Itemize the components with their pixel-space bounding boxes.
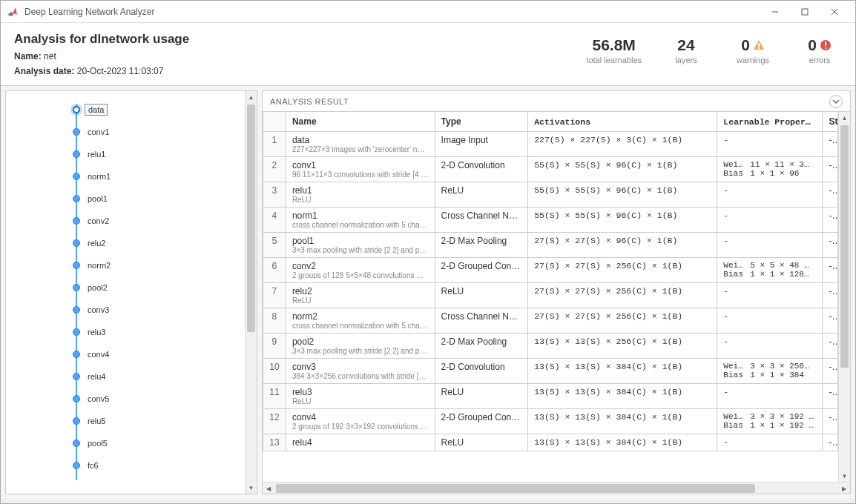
row-states: - [823,283,838,308]
graph-node-dot[interactable] [73,351,80,358]
graph-node-dot[interactable] [73,328,80,336]
graph-node-dot[interactable] [73,462,80,469]
table-row[interactable]: 11relu3ReLUReLU13(S) × 13(S) × 384(C) × … [263,384,838,409]
graph-node-pool1[interactable]: pool1 [73,188,245,210]
graph-node-dot[interactable] [73,262,80,269]
table-row[interactable]: 5pool13×3 max pooling with stride [2 2] … [263,233,838,258]
table-scrollbar-h[interactable]: ◀ ▶ [263,482,850,494]
svg-rect-5 [758,47,760,49]
col-type[interactable]: Type [435,112,528,132]
stat-learnables: 56.8M total learnables [586,36,642,64]
graph-node-fc6[interactable]: fc6 [73,454,245,477]
graph-node-dot[interactable] [73,373,80,380]
svg-rect-4 [758,43,760,47]
graph-node-dot[interactable] [73,106,80,113]
graph-node-dot[interactable] [73,440,80,447]
graph-node-relu3[interactable]: relu3 [73,321,245,343]
stat-errors: 0 errors [797,36,842,64]
graph-node-relu4[interactable]: relu4 [73,365,245,388]
table-row[interactable]: 13relu4ReLU13(S) × 13(S) × 384(C) × 1(B)… [263,434,838,451]
row-learnable: - [717,334,823,359]
row-learnable: - [717,283,823,308]
graph-node-conv4[interactable]: conv4 [73,343,245,365]
collapse-button[interactable] [829,95,843,108]
header: Analysis for dlnetwork usage Name: net A… [1,23,855,86]
table-row[interactable]: 7relu2ReLUReLU27(S) × 27(S) × 256(C) × 1… [263,283,838,308]
col-index[interactable] [263,112,286,132]
graph-node-dot[interactable] [73,239,80,247]
result-table: Name Type Activations Learnable Proper… … [263,112,838,451]
table-row[interactable]: 8norm2cross channel normalization with 5… [263,308,838,334]
graph-node-dot[interactable] [73,128,80,136]
graph-node-label: relu1 [85,149,108,159]
row-activations: 55(S) × 55(S) × 96(C) × 1(B) [528,208,717,233]
graph-node-norm1[interactable]: norm1 [73,165,245,188]
table-row[interactable]: 4norm1cross channel normalization with 5… [263,208,838,233]
graph-node-relu1[interactable]: relu1 [73,143,245,165]
close-button[interactable] [820,1,849,22]
graph-node-relu5[interactable]: relu5 [73,410,245,432]
scroll-down-icon[interactable]: ▼ [246,482,257,494]
row-learnable: - [717,208,823,233]
graph-node-dot[interactable] [73,284,80,291]
col-activations[interactable]: Activations [528,112,717,132]
row-states: - [823,334,838,359]
row-learnable: - [717,308,823,334]
table-scrollbar-v[interactable]: ▲ ▼ [838,112,850,482]
row-learnable: Wei…5 × 5 × 48 …Bias1 × 1 × 128… [717,258,823,283]
scroll-left-icon[interactable]: ◀ [263,483,274,494]
minimize-button[interactable] [760,1,790,22]
graph-node-conv5[interactable]: conv5 [73,388,245,410]
row-learnable: Wei…3 × 3 × 256…Bias1 × 1 × 384 [717,359,823,384]
graph-node-conv2[interactable]: conv2 [73,210,245,232]
row-type: ReLU [435,182,528,208]
graph-node-dot[interactable] [73,217,80,225]
graph-node-label: relu3 [85,327,108,337]
graph-node-pool2[interactable]: pool2 [73,276,245,299]
graph-node-label: conv5 [85,394,112,404]
scroll-right-icon[interactable]: ▶ [838,483,850,494]
network-graph[interactable]: dataconv1relu1norm1pool1conv2relu2norm2p… [6,91,245,494]
graph-node-data[interactable]: data [73,99,245,121]
col-name[interactable]: Name [286,112,435,132]
graph-node-relu2[interactable]: relu2 [73,232,245,254]
graph-node-dot[interactable] [73,150,80,158]
row-activations: 13(S) × 13(S) × 384(C) × 1(B) [528,409,717,434]
row-activations: 13(S) × 13(S) × 384(C) × 1(B) [528,434,717,451]
table-row[interactable]: 1data227×227×3 images with 'zerocenter' … [263,132,838,157]
table-row[interactable]: 2conv196 11×11×3 convolutions with strid… [263,157,838,182]
graph-node-label: relu5 [85,416,108,426]
row-name: conv196 11×11×3 convolutions with stride… [286,157,435,182]
row-name: conv42 groups of 192 3×3×192 convolution… [286,409,435,434]
table-row[interactable]: 6conv22 groups of 128 5×5×48 convolution… [263,258,838,283]
table-row[interactable]: 9pool23×3 max pooling with stride [2 2] … [263,334,838,359]
graph-node-dot[interactable] [73,173,80,180]
graph-node-dot[interactable] [73,195,80,202]
graph-scrollbar[interactable]: ▲ ▼ [245,91,257,494]
page-title: Analysis for dlnetwork usage [14,32,189,47]
graph-node-dot[interactable] [73,417,80,425]
table-row[interactable]: 10conv3384 3×3×256 convolutions with str… [263,359,838,384]
graph-node-conv1[interactable]: conv1 [73,121,245,143]
table-row[interactable]: 3relu1ReLUReLU55(S) × 55(S) × 96(C) × 1(… [263,182,838,208]
graph-node-pool5[interactable]: pool5 [73,432,245,454]
row-states: - [823,258,838,283]
graph-node-label: pool2 [85,282,111,293]
table-row[interactable]: 12conv42 groups of 192 3×3×192 convoluti… [263,409,838,434]
graph-node-conv3[interactable]: conv3 [73,299,245,321]
col-states[interactable]: St [823,112,838,132]
scroll-up-icon[interactable]: ▲ [246,91,257,103]
maximize-button[interactable] [790,1,820,22]
row-name: conv22 groups of 128 5×5×48 convolutions… [286,258,435,283]
col-learnable[interactable]: Learnable Proper… [717,112,823,132]
graph-node-norm2[interactable]: norm2 [73,254,245,276]
row-name: norm1cross channel normalization with 5 … [286,208,435,233]
scroll-down-icon[interactable]: ▼ [839,470,850,482]
graph-node-dot[interactable] [73,306,80,314]
scroll-up-icon[interactable]: ▲ [839,112,850,124]
svg-rect-8 [825,47,826,49]
result-table-wrap[interactable]: Name Type Activations Learnable Proper… … [263,112,838,482]
graph-node-dot[interactable] [73,395,80,402]
row-name: relu2ReLU [286,283,435,308]
matlab-logo-icon [7,6,19,18]
